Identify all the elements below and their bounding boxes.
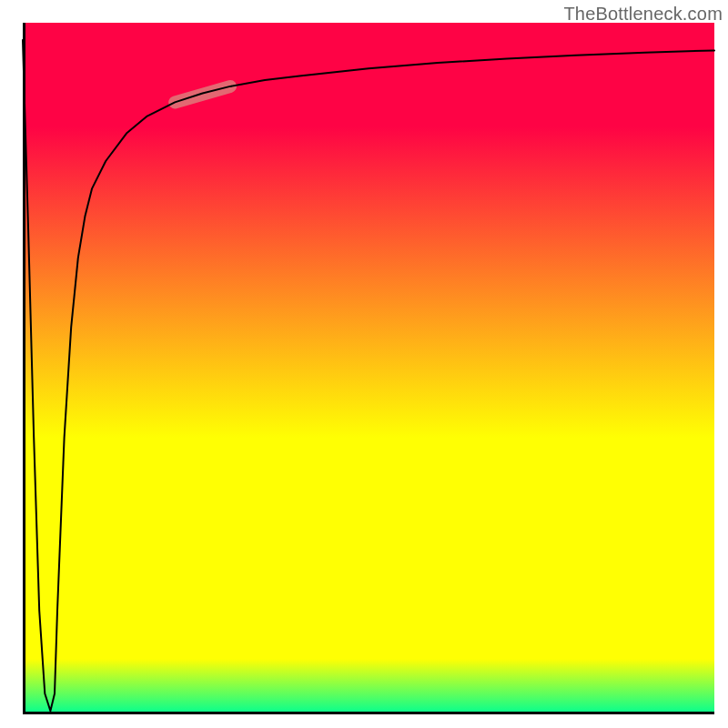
plot-area: [23, 23, 714, 714]
bottleneck-curve: [23, 40, 714, 711]
curve-layer: [23, 23, 714, 714]
chart-stage: TheBottleneck.com: [0, 0, 728, 728]
watermark-text: TheBottleneck.com: [563, 4, 723, 25]
y-axis: [23, 23, 25, 714]
x-axis: [23, 712, 714, 714]
